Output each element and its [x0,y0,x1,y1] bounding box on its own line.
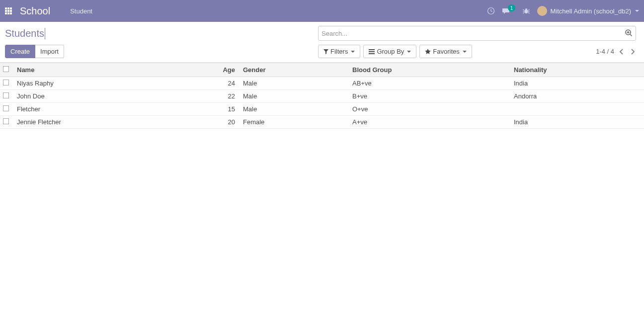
col-gender[interactable]: Gender [239,63,348,77]
svg-rect-8 [10,12,12,14]
svg-rect-0 [5,7,7,9]
list-view: Name Age Gender Blood Group Nationality … [0,63,644,129]
chevron-left-icon [619,48,624,55]
chevron-down-icon [635,10,639,12]
row-checkbox[interactable] [3,118,9,124]
cp-row-bottom: Create Import Filters Group By [5,45,636,58]
table-row[interactable]: Niyas Raphy24MaleAB+veIndia [0,77,644,90]
pager-prev[interactable] [618,47,625,56]
svg-rect-21 [369,49,375,50]
cell-blood: O+ve [348,103,510,116]
cell-gender: Male [239,77,348,90]
bug-icon[interactable] [522,7,530,15]
create-import-group: Create Import [5,45,64,58]
col-check [0,63,13,77]
pager: 1-4 / 4 [596,47,636,56]
breadcrumb: Students [5,28,45,39]
svg-rect-1 [7,7,9,9]
cell-nat [510,103,644,116]
create-button[interactable]: Create [5,45,35,58]
svg-rect-2 [10,7,12,9]
chevron-down-icon [351,51,355,53]
cell-age: 22 [212,90,239,103]
groupby-button[interactable]: Group By [363,45,416,58]
select-all-checkbox[interactable] [3,66,9,72]
svg-line-14 [528,9,530,10]
cell-age: 24 [212,77,239,90]
cp-right-controls: Filters Group By Favorites [318,45,636,58]
cell-nat: India [510,116,644,129]
col-name[interactable]: Name [13,63,212,77]
menu-student[interactable]: Student [70,7,92,15]
user-label: Mitchell Admin (school_db2) [550,7,631,15]
filters-label: Filters [330,48,348,55]
chevron-right-icon [630,48,635,55]
students-table: Name Age Gender Blood Group Nationality … [0,63,644,129]
groupby-label: Group By [377,48,404,55]
navbar-right: 1 Mitchell Admin (school_db2) [487,6,639,16]
row-checkbox[interactable] [3,105,9,111]
import-button[interactable]: Import [35,45,64,58]
cell-age: 20 [212,116,239,129]
filter-icon [323,49,328,54]
table-row[interactable]: John Doe22MaleB+veAndorra [0,90,644,103]
svg-rect-22 [369,51,375,52]
svg-rect-5 [10,10,12,12]
messages-icon[interactable]: 1 [502,7,516,15]
table-header-row: Name Age Gender Blood Group Nationality [0,63,644,77]
cp-row-top: Students [5,26,636,41]
apps-icon[interactable] [5,7,12,14]
svg-rect-23 [369,53,375,54]
cell-name: John Doe [13,90,212,103]
cell-nat: India [510,77,644,90]
svg-line-18 [630,34,632,36]
svg-line-13 [523,12,525,13]
table-row[interactable]: Fletcher15MaleO+ve [0,103,644,116]
svg-point-10 [525,9,528,13]
app-title[interactable]: School [20,5,50,17]
navbar: School Student 1 [0,0,644,22]
svg-rect-6 [5,12,7,14]
navbar-left: School Student [5,5,487,17]
star-icon [425,49,431,55]
chevron-down-icon [463,51,467,53]
messages-count: 1 [508,4,516,11]
user-menu[interactable]: Mitchell Admin (school_db2) [537,6,639,16]
pager-text: 1-4 / 4 [596,48,614,55]
chevron-down-icon [407,51,411,53]
cell-name: Niyas Raphy [13,77,212,90]
cell-age: 15 [212,103,239,116]
svg-line-11 [523,9,525,10]
clock-icon[interactable] [487,7,495,15]
cell-blood: AB+ve [348,77,510,90]
svg-rect-4 [7,10,9,12]
favorites-button[interactable]: Favorites [419,45,472,58]
cell-blood: B+ve [348,90,510,103]
pager-next[interactable] [629,47,636,56]
avatar [537,6,547,16]
col-age[interactable]: Age [212,63,239,77]
cell-name: Fletcher [13,103,212,116]
control-panel: Students Create Import [0,22,644,63]
cell-gender: Female [239,116,348,129]
cell-gender: Male [239,90,348,103]
search-input[interactable] [322,26,625,40]
row-checkbox[interactable] [3,92,9,98]
filters-button[interactable]: Filters [318,45,360,58]
cell-gender: Male [239,103,348,116]
cell-nat: Andorra [510,90,644,103]
favorites-label: Favorites [433,48,459,55]
search-container[interactable] [318,26,636,41]
svg-line-16 [528,12,530,13]
search-expand-icon[interactable] [625,29,633,38]
cell-blood: A+ve [348,116,510,129]
col-nat[interactable]: Nationality [510,63,644,77]
table-row[interactable]: Jennie Fletcher20FemaleA+veIndia [0,116,644,129]
svg-rect-7 [7,12,9,14]
col-blood[interactable]: Blood Group [348,63,510,77]
row-checkbox[interactable] [3,80,9,85]
svg-rect-3 [5,10,7,12]
list-icon [369,49,375,54]
cell-name: Jennie Fletcher [13,116,212,129]
